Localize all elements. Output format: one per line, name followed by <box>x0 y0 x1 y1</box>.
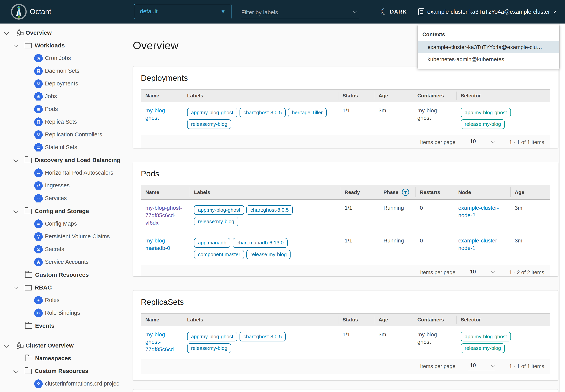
cell-containers: my-blog-ghost <box>413 102 456 135</box>
theme-toggle[interactable]: ☾ DARK <box>380 0 407 24</box>
label-badge[interactable]: release:my-blog <box>194 217 238 226</box>
card-title: Deployments <box>141 73 550 83</box>
sidebar-item-horizontal-pod-autoscalers[interactable]: ↔Horizontal Pod Autoscalers <box>0 167 123 179</box>
sidebar-item-events[interactable]: Events <box>0 319 123 332</box>
label-badge[interactable]: chart:ghost-8.0.5 <box>246 205 293 215</box>
sidebar-item-config-and-storage[interactable]: Config and Storage <box>0 205 123 217</box>
sidebar-item-overview[interactable]: Overview <box>0 26 123 39</box>
folder-icon <box>25 323 32 329</box>
selector-badge[interactable]: app:my-blog-ghost <box>461 332 511 341</box>
folder-icon <box>25 209 32 214</box>
sidebar-item-csidrivers-csi-storage-k8s-io[interactable]: ❖csidrivers.csi.storage.k8s.io <box>0 390 123 392</box>
sidebar-item-secrets[interactable]: ⊠Secrets <box>0 243 123 256</box>
sidebar-item-custom-resources[interactable]: Custom Resources <box>0 268 123 281</box>
moon-icon: ☾ <box>379 7 388 17</box>
resource-link[interactable]: my-blog-mariadb-0 <box>145 238 170 251</box>
sidebar-item-discovery-and-load-balancing[interactable]: Discovery and Load Balancing <box>0 154 123 167</box>
label-badge[interactable]: component:master <box>194 250 244 259</box>
resource-link[interactable]: example-cluster-node-2 <box>458 205 499 218</box>
cell-labels: app:my-blog-ghostchart:ghost-8.0.5releas… <box>183 326 338 359</box>
chevron-down-icon[interactable] <box>4 30 9 35</box>
label-badge[interactable]: app:mariadb <box>194 238 230 248</box>
items-per-page-label: Items per page <box>420 269 455 276</box>
applications-icon <box>15 28 24 37</box>
namespace-select[interactable]: default ▼ <box>134 4 232 19</box>
role-icon: ◈ <box>34 296 43 305</box>
context-switcher[interactable]: example-cluster-ka3TuTzYo4a@example-clus… <box>418 0 555 24</box>
chevron-down-icon[interactable] <box>13 368 18 373</box>
label-badge[interactable]: release:my-blog <box>187 343 231 353</box>
sidebar-item-label: Pods <box>45 106 58 112</box>
chevron-down-icon[interactable] <box>13 208 18 213</box>
column-header-label: Selector <box>461 317 481 323</box>
sidebar-item-label: Workloads <box>35 42 65 49</box>
statefulset-icon: ▤ <box>34 143 43 152</box>
selector-badge[interactable]: release:my-blog <box>461 119 505 129</box>
resource-link[interactable]: my-blog-ghost-77df85c6cd-vf6dx <box>145 205 182 226</box>
sidebar-item-daemon-sets[interactable]: ▦Daemon Sets <box>0 65 123 77</box>
caret-down-icon: ▼ <box>221 4 226 19</box>
column-header-label: Name <box>145 189 159 196</box>
card-title: ReplicaSets <box>141 297 550 307</box>
secret-icon: ⊠ <box>34 245 43 254</box>
column-header-label: Labels <box>187 93 203 99</box>
sidebar-item-stateful-sets[interactable]: ▤Stateful Sets <box>0 141 123 154</box>
filter-icon[interactable] <box>401 188 409 196</box>
sidebar-item-label: Events <box>35 322 54 329</box>
column-header-containers: Containers <box>413 314 456 326</box>
selector-badge[interactable]: release:my-blog <box>461 343 505 353</box>
sidebar-item-replica-sets[interactable]: ▥Replica Sets <box>0 115 123 128</box>
label-badge[interactable]: chart:ghost-8.0.5 <box>239 332 286 341</box>
sidebar-item-replication-controllers[interactable]: ↻Replication Controllers <box>0 128 123 141</box>
sidebar-item-workloads[interactable]: Workloads <box>0 39 123 52</box>
sidebar-item-cron-jobs[interactable]: ◷Cron Jobs <box>0 52 123 65</box>
sidebar-item-namespaces[interactable]: Namespaces <box>0 352 123 364</box>
contexts-dropdown-title: Contexts <box>418 27 559 41</box>
pods-card: PodsNameLabelsReadyPhaseRestartsNodeAgem… <box>133 162 558 277</box>
chevron-down-icon[interactable] <box>4 343 9 348</box>
chevron-down-icon[interactable] <box>13 42 18 47</box>
sidebar-item-ingresses[interactable]: ⇄Ingresses <box>0 179 123 192</box>
label-badge[interactable]: app:my-blog-ghost <box>194 205 244 215</box>
label-badge[interactable]: app:my-blog-ghost <box>187 332 237 341</box>
chevron-down-icon[interactable] <box>13 157 18 162</box>
sidebar-item-service-accounts[interactable]: ◉Service Accounts <box>0 256 123 268</box>
sidebar-item-rbac[interactable]: RBAC <box>0 281 123 294</box>
resource-link[interactable]: my-blog-ghost-77df85c6cd <box>145 331 174 352</box>
sidebar-item-cluster-overview[interactable]: Cluster Overview <box>0 339 123 352</box>
resource-link[interactable]: my-blog-ghost <box>145 107 167 121</box>
replicasets-card: ReplicaSetsNameLabelsStatusAgeContainers… <box>133 290 558 381</box>
sidebar-item-services[interactable]: ╦Services <box>0 192 123 205</box>
column-header-label: Status <box>342 317 358 323</box>
label-badge[interactable]: chart:ghost-8.0.5 <box>239 108 286 117</box>
sidebar-item-jobs[interactable]: ⊞Jobs <box>0 90 123 103</box>
sidebar-item-pods[interactable]: ▣Pods <box>0 103 123 115</box>
label-badge[interactable]: app:my-blog-ghost <box>187 108 237 117</box>
resource-link[interactable]: example-cluster-node-1 <box>458 238 499 251</box>
scrollbar-track[interactable] <box>560 24 565 392</box>
page-size-select[interactable]: 10 <box>468 138 495 146</box>
sidebar-item-config-maps[interactable]: ≡Config Maps <box>0 217 123 230</box>
replicaset-icon: ▥ <box>34 117 43 126</box>
sidebar-item-deployments[interactable]: ↻Deployments <box>0 77 123 90</box>
page-size-select[interactable]: 10 <box>468 269 495 277</box>
label-badge[interactable]: release:my-blog <box>246 250 291 259</box>
sidebar-item-custom-resources[interactable]: Custom Resources <box>0 364 123 377</box>
sidebar-item-roles[interactable]: ◈Roles <box>0 294 123 307</box>
context-menu-item-kubernetes-admin-kubernetes[interactable]: kubernetes-admin@kubernetes <box>418 53 559 66</box>
context-menu-item-example-cluster-ka3tutzyo4a-example-clu[interactable]: example-cluster-ka3TuTzYo4a@example-clu… <box>418 41 559 53</box>
selector-badge[interactable]: app:my-blog-ghost <box>461 108 511 117</box>
sidebar-item-persistent-volume-claims[interactable]: ◎Persistent Volume Claims <box>0 230 123 243</box>
label-badge[interactable]: chart:mariadb-6.13.0 <box>233 238 288 248</box>
column-header-ready: Ready <box>340 185 379 199</box>
chevron-down-icon[interactable] <box>13 285 18 290</box>
sidebar-item-clusterinformations-crd-projec[interactable]: ❖clusterinformations.crd.projec <box>0 377 123 390</box>
deployments-card: DeploymentsNameLabelsStatusAgeContainers… <box>133 66 558 148</box>
label-badge[interactable]: release:my-blog <box>187 119 231 129</box>
filter-by-labels-input[interactable]: Filter by labels <box>241 7 359 19</box>
label-badge[interactable]: heritage:Tiller <box>288 108 327 117</box>
sidebar-item-label: Discovery and Load Balancing <box>35 157 120 164</box>
sidebar-item-label: Cron Jobs <box>45 55 71 61</box>
page-size-select[interactable]: 10 <box>468 363 495 370</box>
sidebar-item-role-bindings[interactable]: ⋈Role Bindings <box>0 307 123 319</box>
